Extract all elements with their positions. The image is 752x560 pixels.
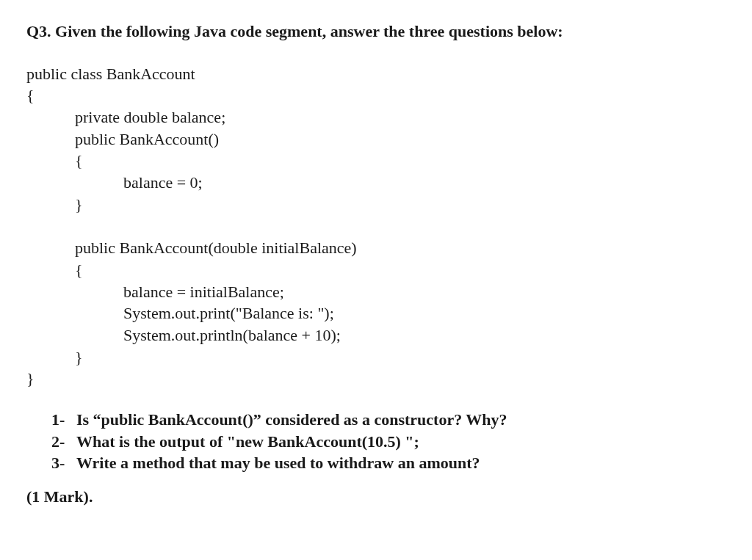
sub-question-1: 1- Is “public BankAccount()” considered …	[51, 409, 726, 431]
question-title: Q3. Given the following Java code segmen…	[26, 21, 726, 43]
sub-question-text: What is the output of "new BankAccount(1…	[76, 431, 419, 453]
sub-question-text: Is “public BankAccount()” considered as …	[76, 409, 507, 431]
sub-question-text: Write a method that may be used to withd…	[76, 452, 480, 474]
sub-question-2: 2- What is the output of "new BankAccoun…	[51, 431, 726, 453]
sub-questions: 1- Is “public BankAccount()” considered …	[51, 409, 726, 474]
sub-question-3: 3- Write a method that may be used to wi…	[51, 452, 726, 474]
sub-question-num: 1-	[51, 409, 76, 431]
code-segment: public class BankAccount { private doubl…	[26, 63, 726, 390]
sub-question-num: 2-	[51, 431, 76, 453]
mark-label: (1 Mark).	[26, 486, 726, 508]
sub-question-num: 3-	[51, 452, 76, 474]
